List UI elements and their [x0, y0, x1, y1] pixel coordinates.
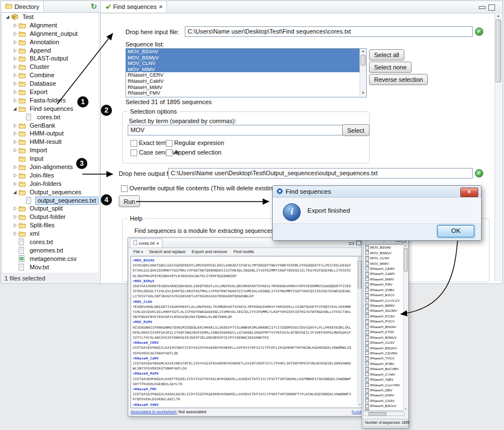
- close-tab-icon[interactable]: ✖: [159, 4, 163, 10]
- sequence-list-item-mov-clnv[interactable]: MOV_CLNV: [126, 60, 366, 67]
- cores-text-area[interactable]: >MOV_BSVAVVAYEAQRIARRTGNILGRIVGRQPREHTLA…: [130, 256, 362, 408]
- fasta-scrollbar-thumb[interactable]: [404, 248, 408, 272]
- fasta-list-item-rnaseh-cymv[interactable]: RNaseH_CYMV: [364, 372, 403, 377]
- sequence-listbox[interactable]: MOV_BSVAVMOV_BSMyVMOV_CLNVMOV_MiMVRNaseH…: [125, 48, 367, 97]
- fasta-list[interactable]: MOV_BSVAVMOV_BSMyVMOV_CLNVMOV_MiMVRNaseH…: [363, 244, 404, 411]
- tree-expander-icon[interactable]: [4, 15, 11, 20]
- tree-item-output-split[interactable]: Output_split: [2, 204, 99, 213]
- fasta-list-item-mov-bsvav[interactable]: MOV_BSVAV: [364, 245, 403, 250]
- fasta-list-item-rnaseh-bsgfv[interactable]: RNaseH_BSGFV: [364, 345, 403, 350]
- fasta-list-item-rnaseh-drmv[interactable]: RNaseH_DrMV: [364, 392, 403, 398]
- tree-expander-icon[interactable]: [11, 206, 18, 211]
- tree-expander-icon[interactable]: [11, 90, 18, 95]
- run-button[interactable]: Run: [119, 195, 140, 207]
- tree-expander-icon[interactable]: [11, 48, 18, 53]
- tree-expander-icon[interactable]: [11, 73, 18, 78]
- tree-item-hmm-result[interactable]: HMM-result: [2, 138, 99, 146]
- tree-expander-icon[interactable]: [11, 81, 18, 86]
- ok-button[interactable]: OK: [437, 225, 474, 237]
- fasta-list-item-rnaseh-scbbmv[interactable]: RNaseH_ScBBMV: [364, 409, 403, 411]
- fasta-list-item-rnaseh-ktsv[interactable]: RNaseH_KTSV: [364, 329, 403, 334]
- tree-expander-icon[interactable]: [11, 148, 18, 153]
- fasta-hscrollbar-thumb[interactable]: [368, 412, 386, 416]
- tree-item-combine[interactable]: Combine: [2, 71, 99, 80]
- tree-item-genomes-txt[interactable]: genomes.txt: [2, 246, 99, 255]
- tree-item-import[interactable]: Import: [2, 146, 99, 155]
- sequence-list-item-mov-mimv[interactable]: MOV_MiMV: [126, 67, 366, 73]
- fasta-list-item-rnaseh-evcv[interactable]: RNaseH_EVCV: [364, 292, 403, 297]
- maximize-view-icon[interactable]: [488, 4, 495, 11]
- tree-expander-icon[interactable]: [11, 31, 18, 36]
- editor-scrollbar-thumb[interactable]: [496, 20, 501, 82]
- tab-directory[interactable]: Directory: [1, 1, 44, 12]
- tree-expander-icon[interactable]: [11, 223, 18, 228]
- tree-expander-icon[interactable]: [11, 23, 18, 28]
- tree-expander-icon[interactable]: [11, 106, 18, 111]
- tree-item-cores-txt[interactable]: cores.txt: [2, 113, 99, 121]
- fasta-list-item-rnaseh-mimv[interactable]: RNaseH_MiMV: [364, 277, 403, 282]
- tree-item-join-files[interactable]: Join-files: [2, 171, 99, 180]
- scroll-down-icon[interactable]: ▼: [358, 403, 362, 406]
- fasta-list-item-rnaseh-rtbv[interactable]: RNaseH_RTBV: [364, 361, 403, 366]
- minimize-view-icon[interactable]: [479, 6, 486, 9]
- tree-expander-icon[interactable]: [11, 56, 18, 61]
- tree-item-cluster[interactable]: Cluster: [2, 63, 99, 71]
- cores-scrollbar[interactable]: ▲ ▼: [357, 256, 362, 406]
- scroll-up-icon[interactable]: ▲: [360, 49, 366, 54]
- fasta-list-item-mov-clnv[interactable]: MOV_CLNV: [364, 255, 403, 260]
- fasta-list-item-rnaseh-tvcv[interactable]: RNaseH_TVCV: [364, 356, 403, 361]
- tree-item-database[interactable]: Database: [2, 80, 99, 88]
- tree-item-cores-txt[interactable]: cores.txt: [2, 238, 99, 246]
- fasta-list-item-rnaseh-cmylcv[interactable]: RNaseH_CmYLCV: [364, 297, 403, 302]
- tree-item-blast-output[interactable]: BLAST-output: [2, 54, 99, 63]
- tree-expander-icon[interactable]: [11, 123, 18, 128]
- tree-item-export[interactable]: Export: [2, 88, 99, 96]
- scroll-up-icon[interactable]: ▲: [404, 244, 408, 247]
- term-input[interactable]: MOV: [128, 125, 343, 135]
- sequence-list-item-rnaseh-fmv[interactable]: RNaseH_FMV: [126, 90, 366, 96]
- tree-item-hmm-output[interactable]: HMM-output: [2, 129, 99, 138]
- fasta-list-item-rnaseh-csvmv[interactable]: RNaseH_CSVMV: [364, 350, 403, 356]
- tree-expander-icon[interactable]: [11, 181, 18, 186]
- dialog-titlebar[interactable]: Find sequences: [273, 186, 481, 198]
- minimize-view-icon[interactable]: [349, 242, 354, 245]
- menu-find-motifs[interactable]: Find motifs: [234, 249, 254, 254]
- tree-expander-icon[interactable]: [11, 231, 18, 236]
- maximize-view-icon[interactable]: [356, 241, 361, 245]
- tree-item-alignment-output[interactable]: Alignment_output: [2, 30, 99, 38]
- fasta-list-item-rnaseh-pvcv[interactable]: RNaseH_PVCV: [364, 319, 403, 324]
- sequence-list-scrollbar-thumb[interactable]: [361, 55, 366, 66]
- tree-item-genbank[interactable]: GenBank: [2, 121, 99, 130]
- fasta-list-item-rnaseh-brrv[interactable]: RNaseH_BRRV: [364, 303, 403, 308]
- close-icon[interactable]: ×: [460, 188, 478, 197]
- tree-item-output-sequences-txt[interactable]: output_sequences.txt: [2, 197, 99, 205]
- menu-file[interactable]: File ▾: [133, 249, 143, 254]
- fasta-list-item-rnaseh-svbv[interactable]: RNaseH_SVBV: [364, 287, 403, 292]
- fasta-list-item-rnaseh-bsmyv[interactable]: RNaseH_BSMyV: [364, 334, 403, 339]
- sequence-list-item-rnaseh-mimv[interactable]: RNaseH_MiMV: [126, 85, 366, 91]
- fasta-list-item-rnaseh-comymv[interactable]: RNaseH_ComYMV: [364, 382, 403, 387]
- fasta-list-item-rnaseh-bsvav[interactable]: RNaseH_BSVAV: [364, 324, 403, 329]
- fasta-list-item-rnaseh-camv[interactable]: RNaseH_CaMV: [364, 271, 403, 276]
- tree-expander-icon[interactable]: [11, 165, 18, 170]
- tree-expander-icon[interactable]: [11, 190, 18, 195]
- tree-item-annotation[interactable]: Annotation: [2, 38, 99, 46]
- case-sensitive-checkbox[interactable]: [130, 149, 137, 156]
- scroll-down-icon[interactable]: ▼: [360, 91, 366, 96]
- append-selection-checkbox[interactable]: [166, 149, 172, 156]
- tree-item-mov-txt[interactable]: Mov.txt: [2, 263, 99, 272]
- tree-expander-icon[interactable]: [11, 214, 18, 219]
- sequence-list-item-mov-bsvav[interactable]: MOV_BSVAV: [126, 49, 366, 55]
- editor-scrollbar[interactable]: ▲: [494, 13, 502, 282]
- overwrite-checkbox[interactable]: [121, 185, 128, 192]
- lock-link[interactable]: [Lock]: [352, 409, 363, 414]
- fasta-list-item-rnaseh-bscvbv[interactable]: RNaseH_BsCVBV: [364, 366, 403, 371]
- fasta-list-item-rnaseh-tabv[interactable]: RNaseH_TaBV: [364, 377, 403, 382]
- tree-item-metagenome-csv[interactable]: metagenome.csv: [2, 255, 99, 263]
- fasta-list-item-rnaseh-fmv[interactable]: RNaseH_FMV: [364, 282, 403, 287]
- refresh-icon[interactable]: ↻: [91, 2, 97, 11]
- tree-expander-icon[interactable]: [11, 98, 18, 103]
- fasta-list-item-rnaseh-cssv[interactable]: RNaseH_CSSV: [364, 398, 403, 403]
- tree-expander-icon[interactable]: [11, 131, 18, 136]
- exact-term-checkbox[interactable]: [130, 140, 137, 147]
